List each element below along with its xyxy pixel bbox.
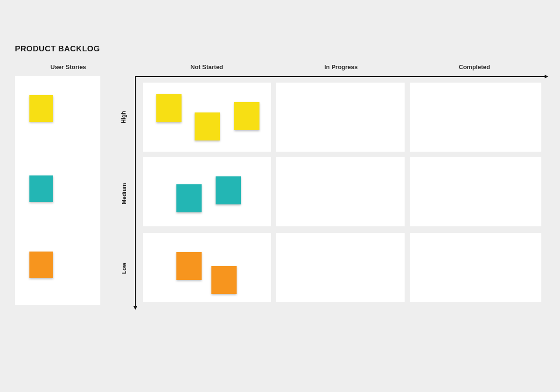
cell-high-completed[interactable] bbox=[410, 83, 541, 152]
row-label-low: Low bbox=[121, 263, 127, 274]
sticky-note-orange[interactable] bbox=[176, 252, 202, 280]
cell-high-not-started[interactable] bbox=[143, 83, 271, 152]
column-header-in-progress: In Progress bbox=[324, 63, 358, 70]
row-label-high: High bbox=[120, 111, 127, 124]
sticky-note-yellow[interactable] bbox=[156, 94, 182, 122]
sticky-note-yellow[interactable] bbox=[29, 95, 53, 122]
sticky-note-teal[interactable] bbox=[29, 175, 53, 202]
column-header-not-started: Not Started bbox=[190, 63, 223, 70]
sticky-note-orange[interactable] bbox=[211, 266, 237, 294]
vertical-axis bbox=[135, 76, 136, 307]
cell-low-in-progress[interactable] bbox=[276, 233, 405, 302]
horizontal-axis bbox=[135, 76, 546, 77]
cell-medium-completed[interactable] bbox=[410, 157, 541, 226]
user-stories-panel bbox=[15, 76, 100, 305]
cell-high-in-progress[interactable] bbox=[276, 83, 405, 152]
sticky-note-yellow[interactable] bbox=[195, 112, 220, 140]
sticky-note-teal[interactable] bbox=[216, 176, 241, 204]
column-header-completed: Completed bbox=[459, 63, 490, 70]
page-title: PRODUCT BACKLOG bbox=[15, 44, 100, 54]
sticky-note-teal[interactable] bbox=[176, 184, 202, 212]
arrow-right-icon bbox=[545, 75, 548, 78]
column-header-user-stories: User Stories bbox=[50, 63, 86, 70]
row-label-medium: Medium bbox=[121, 183, 127, 204]
cell-low-not-started[interactable] bbox=[143, 233, 271, 302]
cell-medium-not-started[interactable] bbox=[143, 157, 271, 226]
cell-low-completed[interactable] bbox=[410, 233, 541, 302]
sticky-note-yellow[interactable] bbox=[234, 102, 259, 130]
cell-medium-in-progress[interactable] bbox=[276, 157, 405, 226]
sticky-note-orange[interactable] bbox=[29, 252, 53, 278]
arrow-down-icon bbox=[133, 306, 137, 310]
